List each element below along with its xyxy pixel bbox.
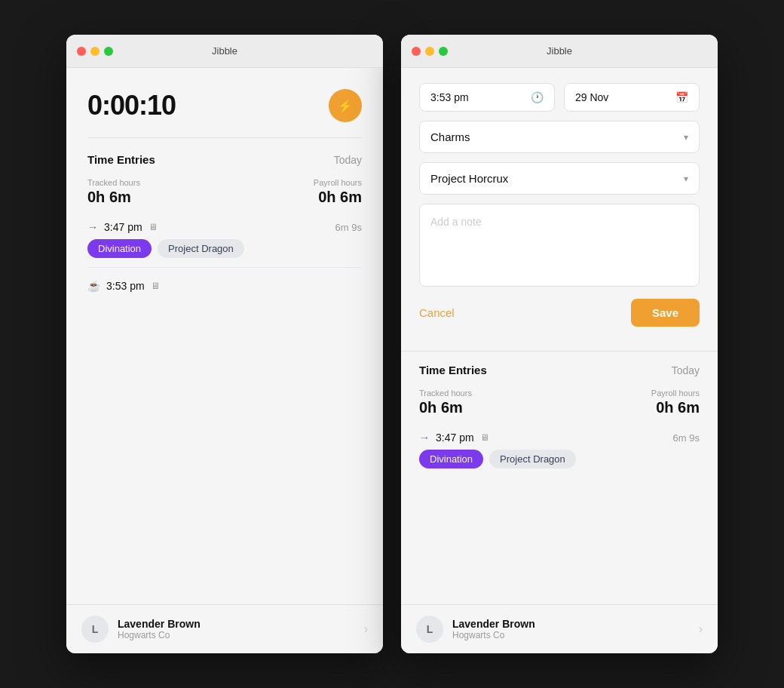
user-info-right: L Lavender Brown Hogwarts Co bbox=[416, 616, 535, 643]
left-window: Jibble 0:00:10 ⚡ Time Entries Today Trac… bbox=[66, 35, 383, 653]
payroll-hours-right: Payroll hours 0h 6m bbox=[651, 389, 700, 416]
close-button-right[interactable] bbox=[412, 47, 421, 56]
minimize-button-left[interactable] bbox=[90, 47, 100, 56]
project-select[interactable]: Project Horcrux ▾ bbox=[419, 162, 700, 195]
chevron-right-icon-left: › bbox=[364, 622, 368, 636]
time-entries-header-left: Time Entries Today bbox=[87, 153, 362, 166]
maximize-button-right[interactable] bbox=[439, 47, 448, 56]
user-footer-left[interactable]: L Lavender Brown Hogwarts Co › bbox=[66, 604, 383, 653]
time-entries-label-right: Time Entries bbox=[419, 364, 487, 376]
traffic-lights-left bbox=[77, 47, 113, 56]
coffee-icon-left: ☕ bbox=[87, 280, 100, 292]
calendar-icon: 📅 bbox=[675, 91, 688, 103]
payroll-label-right: Payroll hours bbox=[651, 389, 700, 398]
titlebar-right: Jibble bbox=[401, 35, 718, 68]
user-company-left: Hogwarts Co bbox=[118, 630, 201, 640]
activity-select[interactable]: Charms ▾ bbox=[419, 121, 700, 153]
tags-row-right: Divination Project Dragon bbox=[419, 450, 700, 468]
right-window: Jibble 3:53 pm 🕐 29 Nov 📅 Charms bbox=[401, 35, 718, 653]
user-company-right: Hogwarts Co bbox=[452, 630, 535, 640]
time-field[interactable]: 3:53 pm 🕐 bbox=[419, 83, 555, 112]
desktop: Jibble 0:00:10 ⚡ Time Entries Today Trac… bbox=[0, 0, 784, 688]
payroll-value-right: 0h 6m bbox=[651, 399, 700, 416]
chevron-right-icon-right: › bbox=[699, 622, 703, 636]
time-entries-label-left: Time Entries bbox=[87, 153, 155, 166]
user-details-left: Lavender Brown Hogwarts Co bbox=[118, 618, 201, 640]
traffic-lights-right bbox=[412, 47, 448, 56]
tracked-hours-left: Tracked hours 0h 6m bbox=[87, 178, 140, 206]
today-label-right: Today bbox=[672, 364, 700, 376]
avatar-left: L bbox=[81, 616, 109, 643]
tag-divination-right[interactable]: Divination bbox=[419, 450, 483, 468]
payroll-value-left: 0h 6m bbox=[314, 189, 362, 206]
hours-row-left: Tracked hours 0h 6m Payroll hours 0h 6m bbox=[87, 178, 362, 206]
tag-project-dragon-left[interactable]: Project Dragon bbox=[158, 239, 244, 258]
entry-duration-left: 6m 9s bbox=[335, 222, 362, 233]
tag-divination-left[interactable]: Divination bbox=[87, 239, 152, 258]
entry-device-2-icon-left: 🖥 bbox=[151, 281, 160, 291]
form-actions: Cancel Save bbox=[419, 299, 700, 327]
date-field[interactable]: 29 Nov 📅 bbox=[564, 83, 700, 112]
entry-duration-right: 6m 9s bbox=[673, 432, 700, 444]
note-placeholder: Add a note bbox=[430, 216, 482, 228]
entry-time-2-left: 3:53 pm bbox=[106, 280, 145, 292]
user-name-right: Lavender Brown bbox=[452, 618, 535, 630]
timer-section: 0:00:10 ⚡ bbox=[66, 68, 383, 137]
cancel-button[interactable]: Cancel bbox=[419, 306, 455, 319]
time-entries-section-right: Time Entries Today Tracked hours 0h 6m P… bbox=[401, 351, 718, 478]
user-name-left: Lavender Brown bbox=[118, 618, 201, 630]
entry-arrow-icon-left: → bbox=[87, 221, 98, 233]
entry-arrow-icon-right: → bbox=[419, 432, 430, 444]
time-entries-header-right: Time Entries Today bbox=[419, 364, 700, 376]
note-field[interactable]: Add a note bbox=[419, 204, 700, 287]
save-button[interactable]: Save bbox=[631, 299, 700, 327]
entry-time-1-right: 3:47 pm bbox=[436, 432, 474, 444]
today-label-left: Today bbox=[334, 154, 362, 166]
time-entries-section-left: Time Entries Today Tracked hours 0h 6m P… bbox=[66, 138, 383, 304]
tracked-label-right: Tracked hours bbox=[419, 389, 472, 398]
time-value: 3:53 pm bbox=[430, 91, 469, 103]
payroll-label-left: Payroll hours bbox=[314, 178, 362, 187]
right-window-content: 3:53 pm 🕐 29 Nov 📅 Charms ▾ Project Horc… bbox=[401, 68, 718, 653]
user-footer-right[interactable]: L Lavender Brown Hogwarts Co › bbox=[401, 604, 718, 653]
avatar-right: L bbox=[416, 616, 443, 643]
date-value: 29 Nov bbox=[575, 91, 608, 103]
activity-label: Charms bbox=[430, 131, 470, 143]
tag-project-dragon-right[interactable]: Project Dragon bbox=[489, 450, 576, 468]
entry-time-1-left: 3:47 pm bbox=[104, 221, 142, 233]
window-title-left: Jibble bbox=[212, 45, 237, 57]
activity-dropdown-icon: ▾ bbox=[684, 132, 688, 143]
user-info-left: L Lavender Brown Hogwarts Co bbox=[81, 616, 201, 643]
entry-device-icon-right: 🖥 bbox=[480, 432, 489, 443]
close-button-left[interactable] bbox=[77, 47, 86, 56]
titlebar-left: Jibble bbox=[66, 35, 383, 68]
minimize-button-right[interactable] bbox=[425, 47, 434, 56]
left-window-content: 0:00:10 ⚡ Time Entries Today Tracked hou… bbox=[66, 68, 383, 653]
user-details-right: Lavender Brown Hogwarts Co bbox=[452, 618, 535, 640]
entry-row-2-left: ☕ 3:53 pm 🖥 bbox=[87, 267, 362, 304]
project-dropdown-icon: ▾ bbox=[684, 174, 688, 184]
payroll-hours-left: Payroll hours 0h 6m bbox=[314, 178, 362, 206]
tracked-value-right: 0h 6m bbox=[419, 399, 472, 416]
hours-row-right: Tracked hours 0h 6m Payroll hours 0h 6m bbox=[419, 389, 700, 416]
timer-display: 0:00:10 bbox=[87, 90, 176, 121]
tracked-label-left: Tracked hours bbox=[87, 178, 140, 187]
timer-button-icon: ⚡ bbox=[338, 99, 353, 113]
time-date-row: 3:53 pm 🕐 29 Nov 📅 bbox=[419, 83, 700, 112]
clock-icon: 🕐 bbox=[531, 91, 544, 103]
timer-button[interactable]: ⚡ bbox=[329, 89, 362, 122]
tracked-value-left: 0h 6m bbox=[87, 189, 140, 206]
entry-device-icon-left: 🖥 bbox=[149, 222, 158, 232]
form-section: 3:53 pm 🕐 29 Nov 📅 Charms ▾ Project Horc… bbox=[401, 68, 718, 351]
tags-row-left: Divination Project Dragon bbox=[87, 239, 362, 258]
project-label: Project Horcrux bbox=[430, 172, 508, 185]
tracked-hours-right: Tracked hours 0h 6m bbox=[419, 389, 472, 416]
entry-row-1-right: → 3:47 pm 🖥 6m 9s bbox=[419, 425, 700, 444]
entry-row-1-left: → 3:47 pm 🖥 6m 9s bbox=[87, 215, 362, 233]
window-title-right: Jibble bbox=[547, 45, 572, 57]
maximize-button-left[interactable] bbox=[104, 47, 113, 56]
